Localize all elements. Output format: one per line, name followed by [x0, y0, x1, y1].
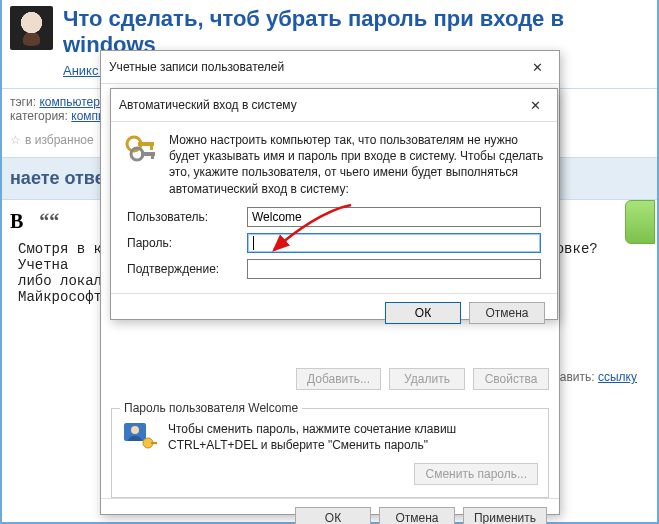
vote-up-button[interactable]	[625, 200, 655, 244]
properties-button[interactable]: Свойства	[473, 368, 549, 390]
close-icon[interactable]: ✕	[521, 95, 549, 115]
ok-button[interactable]: ОК	[385, 302, 461, 324]
dialog-titlebar[interactable]: Учетные записи пользователей ✕	[101, 51, 559, 83]
confirm-label: Подтверждение:	[127, 262, 247, 276]
login-form: Пользователь: Пароль: Подтверждение:	[127, 207, 541, 279]
dialog-button-row: ОК Отмена	[111, 293, 557, 334]
password-input[interactable]	[247, 233, 541, 253]
category-label: категория:	[10, 109, 68, 123]
dialog-title-text: Учетные записи пользователей	[109, 60, 284, 74]
cancel-button[interactable]: Отмена	[469, 302, 545, 324]
groupbox-text: Чтобы сменить пароль, нажмите сочетание …	[168, 421, 538, 453]
password-label: Пароль:	[127, 236, 247, 250]
key-user-icon	[122, 419, 158, 455]
text-caret	[253, 236, 254, 250]
list-buttons: Добавить... Удалить Свойства	[101, 362, 559, 400]
password-groupbox: Пароль пользователя Welcome Чтобы сменит…	[111, 408, 549, 498]
add-link-link[interactable]: ссылку	[598, 370, 637, 384]
tag-link[interactable]: компьютер,	[39, 95, 103, 109]
add-user-button[interactable]: Добавить...	[296, 368, 381, 390]
apply-button[interactable]: Применить	[463, 507, 547, 524]
cancel-button[interactable]: Отмена	[379, 507, 455, 524]
dialog-titlebar[interactable]: Автоматический вход в систему ✕	[111, 89, 557, 121]
svg-rect-3	[151, 442, 157, 444]
dialog-button-row: ОК Отмена Применить	[101, 498, 559, 524]
dialog-title-text: Автоматический вход в систему	[119, 98, 297, 112]
dialog-body: Можно настроить компьютер так, что польз…	[111, 122, 557, 293]
auto-login-dialog: Автоматический вход в систему ✕ Можно на…	[110, 88, 558, 320]
remove-user-button[interactable]: Удалить	[389, 368, 465, 390]
avatar[interactable]	[10, 6, 53, 50]
ok-button[interactable]: ОК	[295, 507, 371, 524]
confirm-input[interactable]	[247, 259, 541, 279]
quote-button[interactable]: ““	[39, 210, 59, 233]
svg-point-1	[131, 426, 139, 434]
tags-label: тэги:	[10, 95, 36, 109]
svg-rect-9	[151, 152, 154, 159]
bold-button[interactable]: B	[10, 210, 23, 233]
svg-rect-6	[150, 142, 153, 150]
groupbox-legend: Пароль пользователя Welcome	[120, 401, 302, 415]
dialog-description: Можно настроить компьютер так, что польз…	[169, 132, 545, 197]
user-input[interactable]	[247, 207, 541, 227]
user-label: Пользователь:	[127, 210, 247, 224]
keys-icon	[123, 132, 159, 168]
change-password-button[interactable]: Сменить пароль...	[414, 463, 538, 485]
close-icon[interactable]: ✕	[523, 57, 551, 77]
